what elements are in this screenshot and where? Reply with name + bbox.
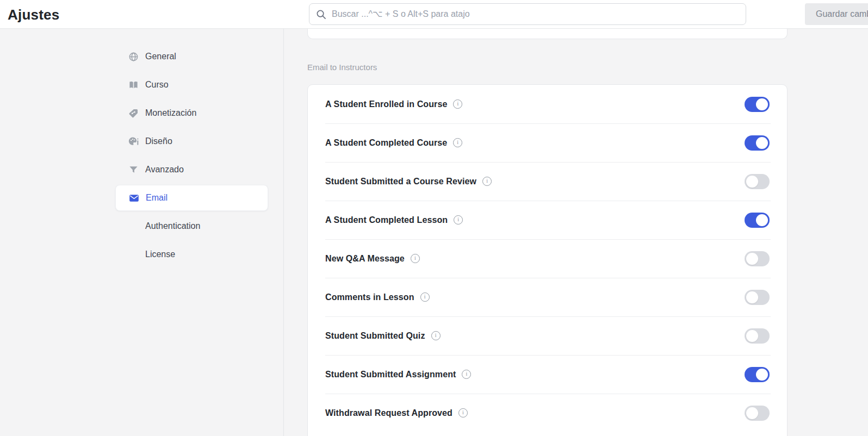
funnel-icon: [128, 165, 139, 175]
row-label: Withdrawal Request Approved: [325, 408, 452, 418]
row-label: Student Submitted a Course Review: [325, 177, 476, 186]
row-label: A Student Completed Lesson: [325, 215, 448, 225]
info-icon[interactable]: i: [482, 177, 492, 186]
sidebar-item-email[interactable]: Email: [115, 185, 268, 211]
info-icon[interactable]: i: [453, 99, 462, 109]
toggle-switch[interactable]: [745, 251, 770, 266]
info-icon[interactable]: i: [411, 254, 420, 263]
toggle-switch[interactable]: [745, 406, 770, 421]
sidebar-item-label: General: [145, 52, 176, 61]
page-title: Ajustes: [8, 7, 59, 23]
settings-sidebar: General Curso: [0, 29, 284, 436]
sidebar-item-authentication[interactable]: Authentication: [115, 213, 268, 239]
sidebar-item-label: Authentication: [145, 221, 200, 231]
sidebar-item-label: Avanzado: [145, 165, 184, 175]
row-label: Student Submitted Quiz: [325, 331, 425, 341]
toggle-switch[interactable]: [745, 328, 770, 344]
search-box: [309, 3, 746, 25]
setting-row-student-enrolled: A Student Enrolled in Course i: [308, 85, 787, 123]
email-instructors-card: A Student Enrolled in Course i A Student…: [307, 84, 788, 436]
toggle-switch[interactable]: [745, 367, 770, 382]
info-icon[interactable]: i: [454, 215, 463, 225]
setting-row-comments-in-lesson: Comments in Lesson i: [308, 278, 787, 316]
sidebar-item-label: Curso: [145, 80, 169, 90]
toggle-switch[interactable]: [745, 213, 770, 228]
sidebar-nav: General Curso: [115, 43, 268, 270]
search-input[interactable]: [332, 9, 739, 19]
toggle-knob: [746, 330, 758, 342]
sidebar-item-label: Email: [146, 193, 168, 203]
previous-section-card-bottom: [307, 29, 788, 39]
toggle-knob: [746, 407, 758, 419]
toggle-knob: [746, 291, 758, 303]
section-label: Email to Instructors: [307, 63, 377, 72]
info-icon[interactable]: i: [420, 292, 430, 302]
info-icon[interactable]: i: [462, 370, 471, 379]
toggle-switch[interactable]: [745, 135, 770, 151]
row-label: Student Submitted Assignment: [325, 370, 456, 379]
setting-row-completed-lesson: A Student Completed Lesson i: [308, 201, 787, 239]
envelope-icon: [129, 193, 139, 203]
sidebar-item-label: License: [145, 250, 175, 259]
toggle-knob: [756, 369, 768, 381]
row-label: Comments in Lesson: [325, 292, 414, 302]
tag-percent-icon: [128, 108, 139, 119]
setting-row-new-qa-message: New Q&A Message i: [308, 239, 787, 278]
info-icon[interactable]: i: [431, 331, 441, 340]
setting-row-submitted-quiz: Student Submitted Quiz i: [308, 316, 787, 355]
setting-row-submitted-assignment: Student Submitted Assignment i: [308, 355, 787, 394]
toggle-switch[interactable]: [745, 290, 770, 305]
toggle-switch[interactable]: [745, 97, 770, 112]
sidebar-item-general[interactable]: General: [115, 43, 268, 70]
info-icon[interactable]: i: [453, 138, 462, 147]
row-label: A Student Completed Course: [325, 138, 447, 148]
info-icon[interactable]: i: [458, 408, 468, 418]
settings-page: Ajustes Guardar cambios General: [0, 0, 868, 436]
toggle-knob: [756, 98, 768, 110]
globe-icon: [128, 52, 139, 62]
palette-icon: [128, 136, 139, 147]
toggle-knob: [756, 214, 768, 226]
setting-row-student-completed-course: A Student Completed Course i: [308, 123, 787, 162]
search-icon: [316, 9, 326, 20]
sidebar-item-license[interactable]: License: [115, 241, 268, 267]
sidebar-item-label: Monetización: [145, 108, 196, 118]
book-icon: [128, 80, 139, 90]
sidebar-item-monetizacion[interactable]: Monetización: [115, 100, 268, 126]
top-header: Ajustes Guardar cambios: [0, 0, 868, 29]
setting-row-withdrawal-approved: Withdrawal Request Approved i: [308, 394, 787, 432]
toggle-knob: [746, 253, 758, 265]
toggle-switch[interactable]: [745, 174, 770, 189]
row-label: New Q&A Message: [325, 254, 405, 264]
sidebar-item-diseno[interactable]: Diseño: [115, 128, 268, 154]
sidebar-item-avanzado[interactable]: Avanzado: [115, 157, 268, 183]
sidebar-item-curso[interactable]: Curso: [115, 72, 268, 98]
sidebar-item-label: Diseño: [145, 136, 172, 146]
save-button[interactable]: Guardar cambios: [805, 3, 868, 25]
toggle-knob: [756, 137, 768, 149]
toggle-knob: [746, 176, 758, 188]
setting-row-course-review: Student Submitted a Course Review i: [308, 162, 787, 201]
row-label: A Student Enrolled in Course: [325, 99, 447, 109]
